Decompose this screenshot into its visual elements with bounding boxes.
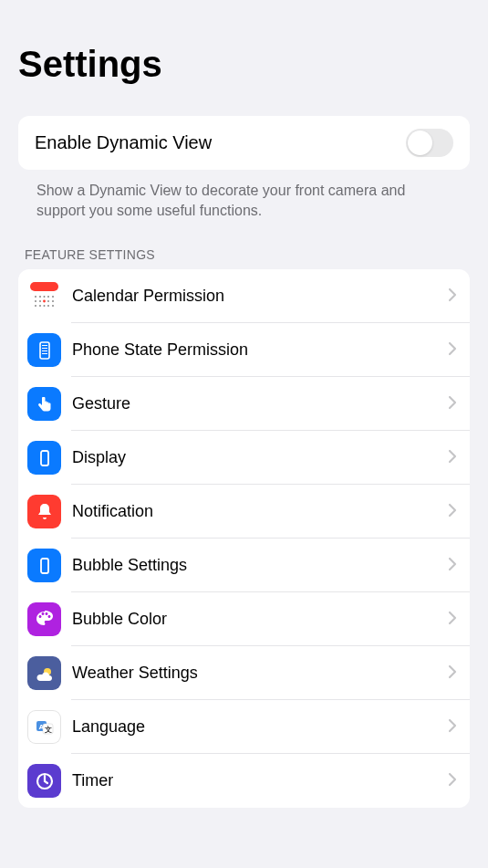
notification-icon	[27, 495, 61, 528]
page-title: Settings	[18, 0, 470, 116]
list-item[interactable]: Gesture	[18, 377, 470, 431]
chevron-right-icon	[448, 770, 457, 791]
chevron-right-icon	[448, 501, 457, 522]
enable-dynamic-view-row: Enable Dynamic View	[18, 116, 470, 170]
chevron-right-icon	[448, 663, 457, 684]
svg-point-16	[52, 305, 54, 307]
list-item[interactable]: Display	[18, 431, 470, 485]
svg-rect-22	[41, 451, 48, 465]
list-item[interactable]: Bubble Color	[18, 592, 470, 646]
row-label: Gesture	[72, 394, 448, 413]
svg-point-5	[47, 296, 49, 298]
chevron-right-icon	[448, 609, 457, 630]
bubble-settings-icon	[27, 549, 61, 582]
calendar-icon	[27, 279, 61, 313]
toggle-knob	[408, 131, 432, 155]
svg-point-9	[43, 300, 46, 303]
svg-point-7	[35, 300, 36, 302]
svg-rect-20	[42, 350, 47, 351]
svg-point-4	[44, 296, 46, 298]
row-label: Bubble Color	[72, 610, 448, 629]
list-item[interactable]: Bubble Settings	[18, 539, 470, 592]
svg-text:文: 文	[43, 725, 51, 733]
bubble-color-icon	[27, 602, 61, 636]
dynamic-view-card: Enable Dynamic View	[18, 116, 470, 170]
weather-icon	[27, 656, 61, 690]
list-item[interactable]: Weather Settings	[18, 646, 470, 700]
svg-point-2	[35, 296, 36, 298]
gesture-icon	[27, 387, 61, 421]
feature-settings-header: FEATURE SETTINGS	[18, 220, 470, 269]
chevron-right-icon	[448, 447, 457, 468]
svg-point-12	[35, 305, 36, 307]
timer-icon	[27, 764, 61, 798]
row-label: Calendar Permission	[72, 287, 448, 306]
chevron-right-icon	[448, 286, 457, 307]
feature-settings-list: Calendar PermissionPhone State Permissio…	[18, 269, 470, 808]
chevron-right-icon	[448, 555, 457, 576]
row-label: Language	[72, 717, 448, 737]
svg-rect-19	[42, 348, 47, 349]
list-item[interactable]: A文Language	[18, 700, 470, 754]
display-icon	[27, 441, 61, 475]
chevron-right-icon	[448, 393, 457, 414]
list-item[interactable]: Phone State Permission	[18, 323, 470, 377]
row-label: Phone State Permission	[72, 340, 448, 360]
list-item[interactable]: Calendar Permission	[18, 269, 470, 323]
phone-state-icon	[27, 333, 61, 367]
toggle-label: Enable Dynamic View	[35, 132, 212, 153]
svg-point-10	[47, 300, 49, 302]
svg-point-8	[39, 300, 41, 302]
enable-dynamic-view-toggle[interactable]	[406, 129, 453, 157]
language-icon: A文	[27, 710, 61, 744]
svg-rect-1	[30, 282, 58, 291]
row-label: Weather Settings	[72, 664, 448, 683]
svg-point-15	[47, 305, 49, 307]
svg-point-14	[44, 305, 46, 307]
svg-point-13	[39, 305, 41, 307]
row-label: Bubble Settings	[72, 556, 448, 575]
svg-rect-23	[41, 559, 48, 573]
dynamic-view-description: Show a Dynamic View to decorate your fro…	[18, 170, 470, 220]
svg-point-11	[52, 300, 54, 302]
chevron-right-icon	[448, 340, 457, 361]
list-item[interactable]: Notification	[18, 485, 470, 539]
row-label: Notification	[72, 502, 448, 521]
list-item[interactable]: Timer	[18, 754, 470, 808]
row-label: Timer	[72, 771, 448, 790]
svg-rect-21	[42, 353, 47, 354]
chevron-right-icon	[448, 716, 457, 737]
row-label: Display	[72, 448, 448, 467]
svg-rect-18	[42, 345, 47, 346]
svg-point-6	[52, 296, 54, 298]
svg-point-3	[39, 296, 41, 298]
